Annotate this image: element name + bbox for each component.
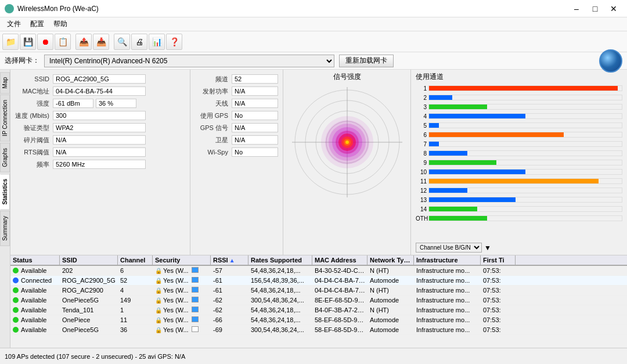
info-auth: 验证类型 WPA2 <box>15 123 185 132</box>
lock-icon: 🔒 <box>155 307 162 313</box>
window-controls: – □ ✕ <box>568 0 622 17</box>
table-row[interactable]: Available ROG_AC2900 4 🔒Yes (W... -61 54… <box>10 286 627 295</box>
lock-icon: 🔒 <box>155 277 162 284</box>
rssi-indicator <box>192 297 199 302</box>
menu-bar: 文件 配置 帮助 <box>0 17 627 31</box>
col-rates: 54,48,36,24,18,... <box>248 266 312 275</box>
radar-svg <box>289 84 405 200</box>
maximize-button[interactable]: □ <box>586 0 604 17</box>
toolbar-copy[interactable]: 📋 <box>55 34 71 50</box>
channel-bar-bg <box>428 132 622 138</box>
tab-statistics[interactable]: Statistics <box>0 174 10 210</box>
channel-bar-row: 12 <box>416 186 622 194</box>
col-nettype: N (HT) <box>367 266 414 275</box>
col-rssi: -61 <box>211 276 248 285</box>
table-row[interactable]: Available OnePiece5G 36 🔒Yes (W... -69 3… <box>10 325 627 335</box>
channel-bars: 1234567891011121314OTH <box>416 84 622 240</box>
col-security: 🔒Yes (W... <box>153 325 211 334</box>
col-status: Available <box>10 325 60 334</box>
table-row[interactable]: Connected ROG_AC2900_5G 52 🔒Yes (W... -6… <box>10 276 627 286</box>
toolbar: 📁 💾 ⏺ 📋 📤 📥 🔍 🖨 📊 ❓ <box>0 31 627 52</box>
channel-number: 14 <box>416 206 428 212</box>
toolbar-help[interactable]: ❓ <box>166 34 182 50</box>
col-status: Available <box>10 266 60 275</box>
toolbar-record[interactable]: ⏺ <box>37 34 53 50</box>
status-dot <box>13 268 19 273</box>
toolbar-print[interactable]: 🖨 <box>131 34 147 50</box>
col-infra: Infrastructure mo... <box>414 315 481 325</box>
sort-arrow-rssi: ▲ <box>229 257 235 264</box>
toolbar-save[interactable]: 💾 <box>20 34 36 50</box>
status-label: Available <box>21 297 46 304</box>
col-first: 07:53: <box>481 295 516 305</box>
tab-ip-connection[interactable]: IP Connection <box>0 95 10 142</box>
col-first: 07:53: <box>481 276 516 285</box>
status-dot <box>13 297 19 303</box>
tab-summary[interactable]: Summary <box>0 211 10 246</box>
tab-graphs[interactable]: Graphs <box>0 143 10 172</box>
sidebar-tabs: Map IP Connection Graphs Statistics Summ… <box>0 70 10 348</box>
col-channel: 36 <box>118 325 153 334</box>
channel-bar-row: 2 <box>416 93 622 102</box>
channel-bar-bg <box>428 169 622 175</box>
channel-bar-fill <box>429 114 525 118</box>
status-label: Connected <box>21 277 52 284</box>
col-channel: 11 <box>118 315 153 325</box>
lock-icon: 🔒 <box>155 317 162 323</box>
toolbar-export[interactable]: 📤 <box>75 34 92 50</box>
svg-point-15 <box>345 140 349 144</box>
toolbar-stats[interactable]: 📊 <box>149 34 165 50</box>
col-mac: 04-D4-C4-BA-75-... <box>312 276 367 285</box>
col-header-infra: Infrastructure <box>414 255 481 265</box>
window-title: WirelessMon Pro (We-aC) <box>17 5 99 13</box>
col-ssid: 202 <box>60 266 118 275</box>
col-header-rssi: RSSI ▲ <box>211 255 248 265</box>
info-rts: RTS阈值 N/A <box>15 147 185 157</box>
txpower-value: N/A <box>232 87 278 96</box>
rssi-indicator <box>192 277 199 283</box>
channel-bar-row: 7 <box>416 140 622 148</box>
col-header-nettype: Network Type <box>367 255 414 265</box>
col-ssid: Tenda_101 <box>60 305 118 315</box>
col-rates: 54,48,36,24,18,... <box>248 286 312 295</box>
col-nettype: Automode <box>367 325 414 334</box>
info-antenna: 天线 N/A <box>195 99 278 108</box>
table-row[interactable]: Available OnePiece5G 149 🔒Yes (W... -62 … <box>10 295 627 305</box>
toolbar-new[interactable]: 📁 <box>2 34 19 50</box>
table-row[interactable]: Available Tenda_101 1 🔒Yes (W... -62 54,… <box>10 305 627 315</box>
info-wispy: Wi-Spy No <box>195 147 278 157</box>
col-header-rates: Rates Supported <box>248 255 312 265</box>
rssi-indicator <box>192 326 199 332</box>
status-label: Available <box>21 307 46 313</box>
col-security: 🔒Yes (W... <box>153 266 211 275</box>
info-gps: 使用 GPS No <box>195 111 278 120</box>
minimize-button[interactable]: – <box>568 0 585 17</box>
channel-bar-row: 3 <box>416 103 622 111</box>
nic-select[interactable]: Intel(R) Centrino(R) Advanced-N 6205 <box>44 55 334 67</box>
channel-value: 52 <box>232 74 278 84</box>
channel-bar-fill <box>429 207 477 211</box>
table-row[interactable]: Available 202 6 🔒Yes (W... -57 54,48,36,… <box>10 266 627 276</box>
strength-pct: 36 % <box>96 99 136 108</box>
col-channel: 149 <box>118 295 153 305</box>
channel-number: OTH <box>416 215 428 222</box>
menu-config[interactable]: 配置 <box>26 18 49 30</box>
channel-bar-bg <box>428 160 622 165</box>
close-button[interactable]: ✕ <box>605 0 622 17</box>
table-row[interactable]: Available OnePiece 11 🔒Yes (W... -66 54,… <box>10 315 627 325</box>
menu-file[interactable]: 文件 <box>2 18 26 30</box>
toolbar-scan[interactable]: 🔍 <box>114 34 130 50</box>
channel-bar-row: 10 <box>416 168 622 176</box>
channel-use-select[interactable]: Channel Use B/G/N <box>416 243 482 253</box>
col-security: 🔒Yes (W... <box>153 295 211 305</box>
menu-help[interactable]: 帮助 <box>49 18 72 30</box>
col-ssid: OnePiece5G <box>60 325 118 334</box>
col-rates: 54,48,36,24,18,... <box>248 315 312 325</box>
channel-number: 9 <box>416 160 428 166</box>
ap-table-body[interactable]: Available 202 6 🔒Yes (W... -57 54,48,36,… <box>10 266 627 348</box>
tab-map[interactable]: Map <box>0 72 10 93</box>
channel-bar-fill <box>429 170 525 174</box>
toolbar-import[interactable]: 📥 <box>93 34 109 50</box>
reload-nic-button[interactable]: 重新加载网卡 <box>339 55 394 67</box>
col-mac: B4-30-52-4D-CB-... <box>312 266 367 275</box>
